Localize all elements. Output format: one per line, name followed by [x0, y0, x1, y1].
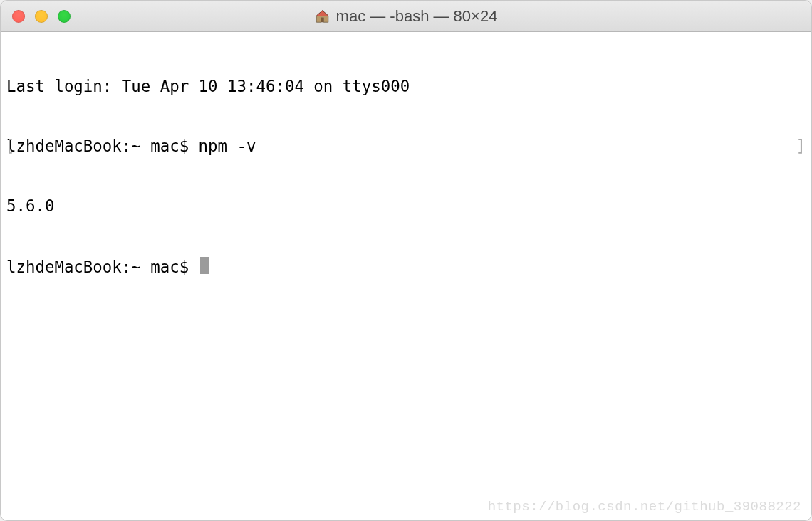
bracket-right: ] — [796, 136, 806, 156]
watermark-text: https://blog.csdn.net/github_39088222 — [488, 499, 801, 516]
login-message: Last login: Tue Apr 10 13:46:04 on ttys0… — [6, 76, 410, 96]
traffic-lights — [1, 10, 71, 23]
title-group: mac — -bash — 80×24 — [315, 7, 498, 26]
prompt: lzhdeMacBook:~ mac$ — [6, 257, 199, 277]
prompt: lzhdeMacBook:~ mac$ — [6, 136, 199, 156]
terminal-line-output: 5.6.0 — [6, 196, 806, 216]
terminal-line-login: Last login: Tue Apr 10 13:46:04 on ttys0… — [6, 76, 806, 96]
terminal-line-prompt: lzhdeMacBook:~ mac$ — [6, 256, 806, 277]
svg-rect-0 — [321, 17, 324, 21]
minimize-button[interactable] — [35, 10, 48, 23]
terminal-body[interactable]: Last login: Tue Apr 10 13:46:04 on ttys0… — [1, 32, 811, 520]
window-title: mac — -bash — 80×24 — [336, 7, 498, 26]
terminal-window: mac — -bash — 80×24 Last login: Tue Apr … — [0, 0, 812, 521]
command-text: npm -v — [199, 136, 256, 156]
terminal-line-command: [lzhdeMacBook:~ mac$ npm -v] — [6, 136, 806, 156]
close-button[interactable] — [12, 10, 25, 23]
npm-version-output: 5.6.0 — [6, 196, 54, 216]
cursor-icon — [200, 257, 210, 274]
maximize-button[interactable] — [58, 10, 71, 23]
home-icon — [315, 9, 330, 24]
titlebar: mac — -bash — 80×24 — [1, 1, 811, 32]
